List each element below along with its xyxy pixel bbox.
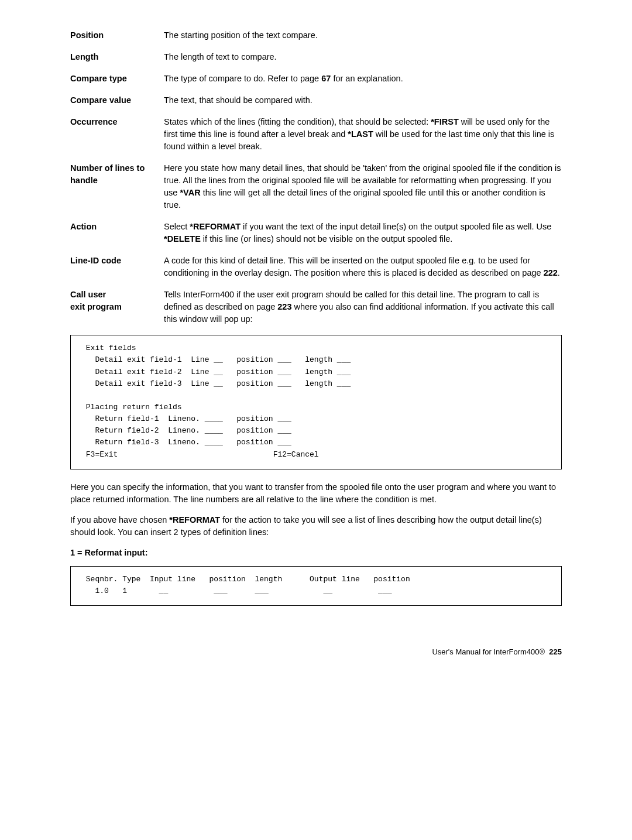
reformat-input-code-box: Seqnbr. Type Input line position length … [70,566,562,606]
definition-term: Line-ID code [70,255,164,279]
paragraph-reformat-intro: If you above have chosen *REFORMAT for t… [70,514,562,539]
definition-row: ActionSelect *REFORMAT if you want the t… [70,221,562,245]
definition-term: Compare value [70,94,164,107]
definition-term: Occurrence [70,116,164,153]
definition-body: The type of compare to do. Refer to page… [164,73,562,85]
definition-row: OccurrenceStates which of the lines (fit… [70,116,562,153]
definition-body: Select *REFORMAT if you want the text of… [164,221,562,245]
definition-row: Line-ID codeA code for this kind of deta… [70,255,562,279]
definition-body: The text, that should be compared with. [164,94,562,107]
definition-body: States which of the lines (fitting the c… [164,116,562,153]
definition-row: Number of lines to handleHere you state … [70,162,562,211]
definition-row: Compare valueThe text, that should be co… [70,94,562,107]
definition-row: LengthThe length of text to compare. [70,51,562,63]
definition-term: Position [70,29,164,42]
exit-fields-code-box: Exit fields Detail exit field-1 Line __ … [70,335,562,469]
definition-body: The length of text to compare. [164,51,562,63]
definition-row: Call userexit programTells InterForm400 … [70,289,562,325]
definition-body: A code for this kind of detail line. Thi… [164,255,562,279]
definition-body: The starting position of the text compar… [164,29,562,42]
definition-row: Compare typeThe type of compare to do. R… [70,73,562,85]
definition-body: Here you state how many detail lines, th… [164,162,562,211]
definition-term: Call userexit program [70,289,164,325]
section-heading-reformat-input: 1 = Reformat input: [70,547,562,559]
paragraph-transfer-info: Here you can specify the information, th… [70,481,562,506]
definition-term: Action [70,221,164,245]
definition-term: Number of lines to handle [70,162,164,211]
definition-row: PositionThe starting position of the tex… [70,29,562,42]
definition-term: Length [70,51,164,63]
page-footer: User's Manual for InterForm400® 225 [70,647,562,658]
definition-term: Compare type [70,73,164,85]
definition-body: Tells InterForm400 if the user exit prog… [164,289,562,325]
